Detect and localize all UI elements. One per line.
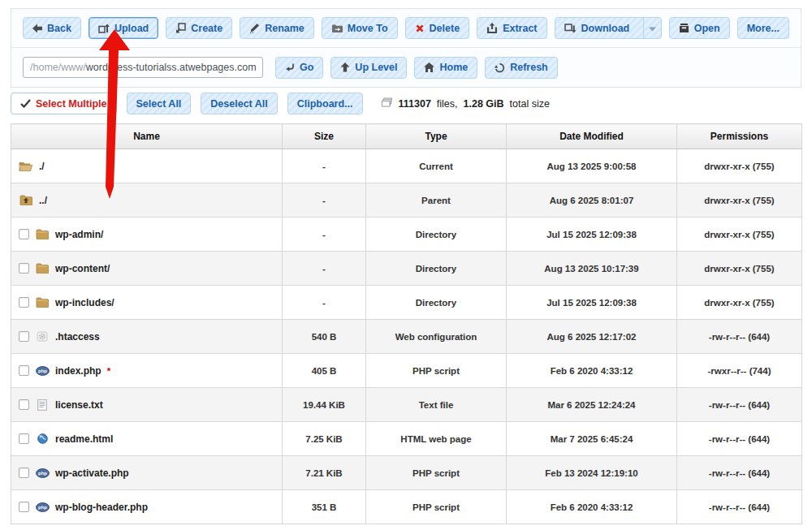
table-row-index-php[interactable]: php index.php* 405 BPHP scriptFeb 6 2020… [11, 354, 802, 388]
file-link[interactable]: wp-includes/ [55, 297, 114, 308]
file-manager-app: Back Upload Create Rename Move To Delete [0, 0, 812, 530]
file-link[interactable]: wp-content/ [55, 263, 110, 274]
files-count: 111307 [399, 98, 431, 110]
file-link[interactable]: license.txt [55, 399, 103, 411]
up-arrow-icon [340, 62, 350, 72]
move-folder-icon [331, 24, 343, 33]
text-file-icon [35, 399, 50, 411]
file-link[interactable]: wp-admin/ [55, 229, 103, 240]
deselect-all-button[interactable]: Deselect All [201, 93, 277, 114]
file-table: Name Size Type Date Modified Permissions… [11, 123, 802, 524]
table-row-wp-includes[interactable]: wp-includes/ -DirectoryJul 15 2025 12:09… [11, 286, 802, 320]
php-file-icon: php [35, 468, 50, 478]
row-checkbox[interactable] [19, 331, 29, 342]
home-button[interactable]: Home [414, 57, 477, 79]
refresh-icon [495, 62, 505, 73]
table-row-current-dir[interactable]: ./ -CurrentAug 13 2025 9:00:58drwxr-xr-x… [11, 149, 802, 183]
col-header-name[interactable]: Name [11, 124, 283, 149]
row-checkbox[interactable] [19, 502, 29, 512]
selection-toolbar: Select Multiple Select All Deselect All … [11, 93, 801, 114]
php-file-icon: php [35, 366, 50, 376]
main-toolbar: Back Upload Create Rename Move To Delete [11, 9, 801, 48]
download-button: Download [555, 17, 662, 39]
files-stack-icon [381, 97, 393, 110]
file-link[interactable]: .htaccess [55, 331, 100, 343]
select-all-button[interactable]: Select All [127, 93, 192, 114]
refresh-button[interactable]: Refresh [485, 57, 558, 79]
create-button[interactable]: Create [166, 17, 232, 39]
open-icon [679, 23, 689, 33]
upload-button[interactable]: Upload [89, 17, 158, 39]
chevron-down-icon [649, 23, 656, 34]
gear-file-icon [35, 331, 50, 342]
row-checkbox[interactable] [19, 399, 29, 410]
download-main[interactable]: Download [555, 19, 639, 38]
folder-icon [35, 297, 50, 308]
table-row-wp-activate[interactable]: php wp-activate.php 7.21 KiBPHP scriptFe… [11, 456, 802, 490]
svg-text:php: php [38, 505, 47, 510]
row-checkbox[interactable] [19, 468, 29, 478]
back-button[interactable]: Back [23, 17, 81, 39]
extract-button[interactable]: Extract [477, 17, 546, 39]
row-checkbox[interactable] [19, 263, 29, 274]
table-header-row: Name Size Type Date Modified Permissions [11, 124, 802, 149]
total-size: 1.28 GiB [464, 98, 504, 110]
rename-pencil-icon [249, 23, 260, 33]
row-checkbox[interactable] [19, 433, 29, 444]
row-checkbox[interactable] [19, 365, 29, 376]
col-header-date[interactable]: Date Modified [507, 124, 677, 149]
more-button[interactable]: More... [737, 17, 789, 39]
extract-icon [486, 23, 498, 33]
file-link[interactable]: ../ [39, 195, 47, 206]
table-row-htaccess[interactable]: .htaccess 540 BWeb configurationAug 6 20… [11, 320, 802, 354]
up-level-button[interactable]: Up Level [330, 57, 407, 79]
col-header-perms[interactable]: Permissions [677, 124, 802, 149]
path-toolbar: /home/www/wordpress-tutorialss.atwebpage… [11, 48, 801, 87]
delete-x-icon [415, 24, 425, 33]
svg-text:php: php [38, 471, 47, 476]
table-row-readme-html[interactable]: readme.html 7.25 KiBHTML web pageMar 7 2… [11, 422, 802, 456]
checkmark-icon [20, 99, 31, 108]
open-button[interactable]: Open [669, 17, 730, 39]
clipboard-button[interactable]: Clipboard... [287, 93, 363, 114]
download-dropdown-toggle[interactable] [643, 17, 661, 39]
folder-open-icon [19, 161, 33, 171]
path-prefix: /home/www/ [30, 62, 86, 73]
row-checkbox[interactable] [19, 229, 29, 239]
folder-icon [35, 229, 50, 239]
home-icon [424, 62, 434, 72]
upload-icon [98, 24, 110, 33]
table-row-license-txt[interactable]: license.txt 19.44 KiBText fileMar 6 2025… [11, 388, 802, 422]
back-arrow-icon [32, 24, 42, 33]
svg-text:php: php [38, 368, 47, 373]
row-checkbox[interactable] [19, 297, 29, 308]
file-link[interactable]: ./ [39, 161, 45, 172]
path-host: wordpress-tutorialss.atwebpages.com [86, 62, 257, 73]
modified-marker: * [107, 366, 110, 376]
toolbar-panel: Back Upload Create Rename Move To Delete [11, 8, 801, 88]
path-input[interactable]: /home/www/wordpress-tutorialss.atwebpage… [23, 57, 263, 78]
folder-up-icon [19, 195, 33, 205]
file-link[interactable]: index.php [55, 365, 102, 377]
files-summary: 111307 files, 1.28 GiB total size [381, 97, 550, 110]
download-icon [564, 24, 577, 33]
select-multiple-button[interactable]: Select Multiple [11, 93, 117, 114]
file-link[interactable]: wp-blog-header.php [55, 502, 148, 513]
file-link[interactable]: readme.html [55, 433, 113, 445]
create-icon [175, 23, 186, 33]
col-header-type[interactable]: Type [366, 124, 507, 149]
col-header-size[interactable]: Size [283, 124, 366, 149]
table-row-parent-dir[interactable]: ../ -ParentAug 6 2025 8:01:07drwxr-xr-x … [11, 183, 802, 218]
move-to-button[interactable]: Move To [322, 17, 398, 39]
table-row-wp-admin[interactable]: wp-admin/ -DirectoryJul 15 2025 12:09:38… [11, 218, 802, 252]
table-row-wp-blog-header[interactable]: php wp-blog-header.php 351 BPHP scriptFe… [11, 490, 802, 524]
rename-button[interactable]: Rename [240, 17, 314, 39]
delete-button[interactable]: Delete [405, 17, 470, 39]
table-row-wp-content[interactable]: wp-content/ -DirectoryAug 13 2025 10:17:… [11, 252, 802, 286]
file-link[interactable]: wp-activate.php [55, 468, 129, 479]
go-arrow-icon [285, 63, 295, 72]
folder-icon [35, 263, 50, 274]
globe-file-icon [35, 433, 50, 444]
go-button[interactable]: Go [275, 57, 323, 79]
php-file-icon: php [35, 502, 50, 512]
